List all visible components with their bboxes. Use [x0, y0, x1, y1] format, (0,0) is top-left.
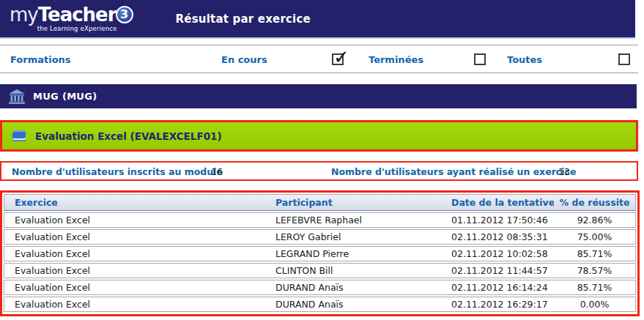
- table-row: Evaluation Excel DURAND Anaïs 02.11.2012…: [4, 297, 636, 312]
- results-table-body: Evaluation Excel LEFEBVRE Raphael 01.11.…: [4, 212, 636, 312]
- cell-date: 02.11.2012 10:02:58: [441, 248, 554, 259]
- table-row: Evaluation Excel DURAND Anaïs 02.11.2012…: [4, 280, 636, 295]
- logo-my: my: [10, 5, 38, 24]
- cell-date: 02.11.2012 16:29:17: [441, 299, 554, 310]
- filter-label-terminees[interactable]: Terminées: [369, 53, 423, 64]
- logo-tagline: the Learning eXperience: [37, 26, 117, 32]
- module-bar-evaluation-excel[interactable]: Evaluation Excel (EVALEXCELF01): [0, 120, 638, 152]
- cell-reussite: 92.86%: [554, 215, 635, 226]
- page: my Teacher 3 the Learning eXperience Rés…: [0, 0, 637, 316]
- table-row: Evaluation Excel LEROY Gabriel 02.11.201…: [4, 229, 636, 245]
- cell-date: 01.11.2012 17:50:46: [441, 215, 554, 226]
- column-header-participant: Participant: [265, 197, 441, 208]
- cell-date: 02.11.2012 16:14:24: [441, 282, 554, 293]
- page-title: Résultat par exercice: [176, 12, 311, 26]
- cell-reussite: 85.71%: [554, 248, 635, 259]
- cell-participant: DURAND Anaïs: [265, 299, 441, 310]
- filter-checkbox-terminees[interactable]: [474, 53, 486, 65]
- column-header-date: Date de la tentative: [441, 197, 554, 208]
- cell-exercice: Evaluation Excel: [4, 299, 265, 310]
- cell-date: 02.11.2012 11:44:57: [441, 265, 554, 276]
- module-bar-label: Evaluation Excel (EVALEXCELF01): [35, 130, 222, 142]
- cell-exercice: Evaluation Excel: [4, 231, 265, 242]
- filter-bar: Formations En cours Terminées Toutes: [0, 45, 638, 73]
- cell-date: 02.11.2012 08:35:31: [441, 231, 554, 242]
- stat-enrolled-value: 16: [211, 165, 223, 176]
- table-row: Evaluation Excel LEGRAND Pierre 02.11.20…: [4, 246, 636, 261]
- logo-3-badge-icon: 3: [116, 6, 133, 23]
- cell-reussite: 85.71%: [554, 282, 635, 293]
- app-header: my Teacher 3 the Learning eXperience Rés…: [0, 0, 635, 39]
- table-row: Evaluation Excel CLINTON Bill 02.11.2012…: [4, 263, 636, 278]
- cell-participant: DURAND Anaïs: [265, 282, 441, 293]
- app-logo[interactable]: my Teacher 3 the Learning eXperience: [10, 5, 133, 32]
- cell-exercice: Evaluation Excel: [4, 282, 265, 293]
- cell-participant: LEFEBVRE Raphael: [265, 215, 441, 226]
- results-table: Exercice Participant Date de la tentativ…: [0, 190, 640, 316]
- book-icon: [10, 130, 26, 142]
- stat-enrolled-label: Nombre d'utilisateurs inscrits au module: [12, 165, 223, 176]
- column-header-exercice: Exercice: [4, 197, 265, 208]
- stat-completed-label: Nombre d'utilisateurs ayant réalisé un e…: [331, 165, 576, 176]
- cell-exercice: Evaluation Excel: [4, 215, 265, 226]
- cell-exercice: Evaluation Excel: [4, 248, 265, 259]
- filter-label-en-cours[interactable]: En cours: [221, 53, 267, 64]
- formations-label: Formations: [10, 53, 71, 64]
- logo-teacher: Teacher: [38, 5, 116, 24]
- cell-exercice: Evaluation Excel: [4, 265, 265, 276]
- table-row: Evaluation Excel LEFEBVRE Raphael 01.11.…: [4, 212, 636, 228]
- stat-completed-value: 13: [558, 165, 570, 176]
- filter-checkbox-en-cours[interactable]: [332, 53, 344, 65]
- column-header-reussite: % de réussite: [554, 197, 635, 208]
- stats-strip: Nombre d'utilisateurs inscrits au module…: [0, 161, 638, 181]
- group-bar-label: MUG (MUG): [33, 91, 97, 102]
- cell-reussite: 78.57%: [554, 265, 635, 276]
- cell-reussite: 75.00%: [554, 231, 635, 242]
- cell-reussite: 0.00%: [554, 299, 635, 310]
- group-bar-mug[interactable]: MUG (MUG): [0, 84, 637, 108]
- bank-icon: [9, 89, 25, 104]
- cell-participant: CLINTON Bill: [265, 265, 441, 276]
- results-table-header: Exercice Participant Date de la tentativ…: [4, 194, 636, 211]
- filter-checkbox-toutes[interactable]: [618, 53, 630, 65]
- cell-participant: LEROY Gabriel: [265, 231, 441, 242]
- cell-participant: LEGRAND Pierre: [265, 248, 441, 259]
- filter-label-toutes[interactable]: Toutes: [507, 53, 542, 64]
